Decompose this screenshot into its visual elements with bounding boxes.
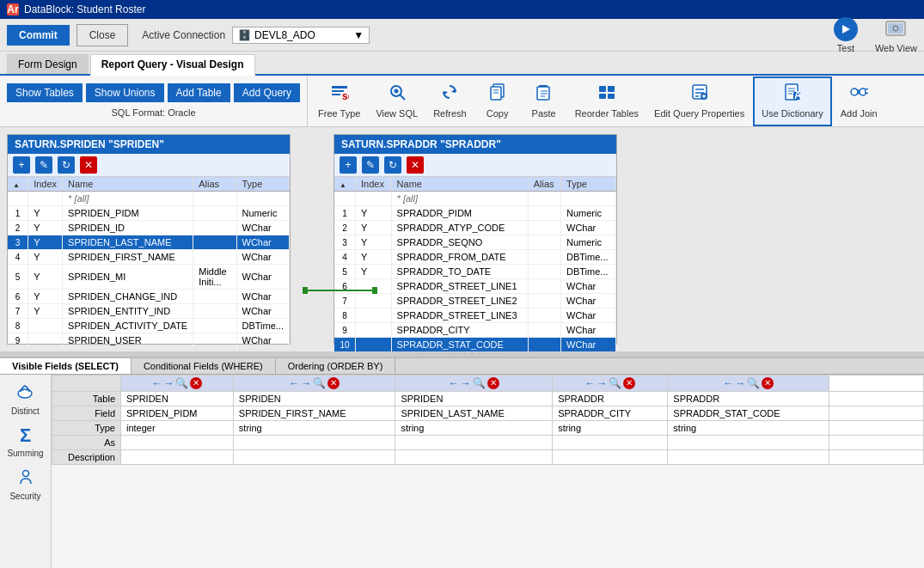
remove-col-button[interactable]: ✕: [190, 377, 202, 389]
description-value[interactable]: [395, 449, 553, 464]
table-row[interactable]: 10 SPRIDEN_ORIGIN WChar: [8, 348, 290, 351]
left-arrow[interactable]: ←: [723, 377, 733, 389]
show-unions-button[interactable]: Show Unions: [86, 83, 164, 102]
description-value[interactable]: [668, 449, 829, 464]
spriden-refresh-btn[interactable]: ↻: [58, 156, 75, 174]
remove-col-button[interactable]: ✕: [487, 377, 499, 389]
table-row[interactable]: 6 Y SPRIDEN_CHANGE_IND WChar: [8, 290, 290, 304]
field-value[interactable]: SPRIDEN_FIRST_NAME: [233, 406, 395, 420]
right-arrow[interactable]: →: [597, 377, 607, 389]
close-button[interactable]: Close: [76, 24, 129, 46]
summing-button[interactable]: Σ Summing: [7, 424, 43, 458]
table-value[interactable]: SPRIDEN: [121, 391, 234, 406]
edit-query-button[interactable]: Edit Query Properties: [647, 76, 751, 126]
left-arrow[interactable]: ←: [449, 377, 459, 389]
table-row[interactable]: 8 SPRIDEN_ACTIVITY_DATE DBTime...: [8, 319, 290, 333]
field-value[interactable]: SPRIDEN_LAST_NAME: [395, 406, 553, 420]
search-col-icon[interactable]: 🔍: [609, 377, 621, 389]
paste-button[interactable]: Paste: [522, 76, 566, 126]
table-row[interactable]: 2 Y SPRIDEN_ID WChar: [8, 221, 290, 235]
table-row[interactable]: 7 Y SPRIDEN_ENTITY_IND WChar: [8, 304, 290, 319]
spriden-col-alias: Alias: [193, 177, 236, 192]
table-row[interactable]: 5 Y SPRADDR_TO_DATE DBTime...: [334, 265, 616, 279]
search-col-icon[interactable]: 🔍: [747, 377, 760, 389]
tab-report-query[interactable]: Report Query - Visual Design: [90, 54, 255, 76]
spriden-add-btn[interactable]: +: [13, 156, 30, 174]
as-value[interactable]: [121, 435, 234, 449]
test-button[interactable]: Test: [834, 17, 858, 53]
description-value[interactable]: [233, 449, 395, 464]
spraddr-add-btn[interactable]: +: [340, 156, 357, 174]
use-dictionary-button[interactable]: Aa Use Dictionary: [753, 76, 832, 126]
show-tables-button[interactable]: Show Tables: [7, 83, 83, 102]
connection-selector[interactable]: 🗄️ DEVL8_ADO ▼: [232, 27, 370, 44]
field-value[interactable]: SPRIDEN_PIDM: [121, 406, 234, 420]
reorder-tables-button[interactable]: Reorder Tables: [568, 76, 646, 126]
table-row[interactable]: 9 SPRIDEN_USER WChar: [8, 333, 290, 348]
field-value[interactable]: SPRADDR_STAT_CODE: [668, 406, 829, 420]
search-col-icon[interactable]: 🔍: [313, 377, 326, 389]
free-type-button[interactable]: sql Free Type: [311, 76, 367, 126]
table-value[interactable]: SPRIDEN: [395, 391, 553, 406]
right-arrow[interactable]: →: [301, 377, 311, 389]
search-col-icon[interactable]: 🔍: [473, 377, 486, 389]
commit-button[interactable]: Commit: [7, 25, 70, 46]
remove-col-button[interactable]: ✕: [327, 377, 340, 389]
left-arrow[interactable]: ←: [584, 377, 595, 389]
remove-col-button[interactable]: ✕: [762, 377, 774, 389]
table-row[interactable]: 10 SPRADDR_STAT_CODE WChar: [334, 338, 616, 351]
table-row[interactable]: 4 Y SPRIDEN_FIRST_NAME WChar: [8, 250, 290, 265]
as-value[interactable]: [553, 435, 668, 449]
search-col-icon[interactable]: 🔍: [175, 377, 188, 389]
table-row[interactable]: 6 SPRADDR_STREET_LINE1 WChar: [334, 279, 616, 294]
table-row[interactable]: 1 Y SPRIDEN_PIDM Numeric: [8, 206, 290, 221]
spriden-col-sort[interactable]: ▲: [8, 177, 28, 192]
table-value[interactable]: SPRADDR: [553, 391, 668, 406]
description-value[interactable]: [121, 449, 234, 464]
webview-button[interactable]: Web View: [875, 17, 917, 53]
table-row[interactable]: * [all]: [334, 192, 616, 206]
description-value[interactable]: [553, 449, 668, 464]
table-row[interactable]: 4 Y SPRADDR_FROM_DATE DBTime...: [334, 250, 616, 265]
copy-button[interactable]: Copy: [475, 76, 520, 126]
remove-col-button[interactable]: ✕: [623, 377, 635, 389]
tab-form-design[interactable]: Form Design: [7, 54, 89, 74]
table-value[interactable]: SPRIDEN: [233, 391, 395, 406]
security-button[interactable]: Security: [9, 467, 40, 501]
field-value[interactable]: SPRADDR_CITY: [553, 406, 668, 420]
table-row[interactable]: * [all]: [8, 192, 290, 206]
right-arrow[interactable]: →: [163, 377, 174, 389]
spraddr-col-sort[interactable]: ▲: [334, 177, 356, 192]
as-value[interactable]: [233, 435, 395, 449]
add-join-button[interactable]: Add Join: [834, 76, 884, 126]
table-row[interactable]: 1 Y SPRADDR_PIDM Numeric: [334, 206, 616, 221]
table-value[interactable]: SPRADDR: [668, 391, 829, 406]
view-sql-button[interactable]: View SQL: [369, 76, 425, 126]
spriden-remove-btn[interactable]: ✕: [80, 156, 97, 174]
refresh-label: Refresh: [433, 108, 467, 119]
distinct-button[interactable]: Distinct: [11, 382, 40, 416]
spraddr-remove-btn[interactable]: ✕: [407, 156, 424, 174]
right-arrow[interactable]: →: [461, 377, 471, 389]
table-row[interactable]: 5 Y SPRIDEN_MI Middle Initi... WChar: [8, 265, 290, 290]
add-query-button[interactable]: Add Query: [234, 83, 300, 102]
tab-visible-fields[interactable]: Visible Fields (SELECT): [0, 358, 132, 374]
tab-ordering[interactable]: Ordering (ORDER BY): [276, 358, 396, 374]
spraddr-refresh-btn[interactable]: ↻: [384, 156, 401, 174]
table-row[interactable]: 2 Y SPRADDR_ATYP_CODE WChar: [334, 221, 616, 235]
refresh-button[interactable]: Refresh: [426, 76, 474, 126]
add-table-button[interactable]: Add Table: [168, 83, 230, 102]
table-row[interactable]: 8 SPRADDR_STREET_LINE3 WChar: [334, 308, 616, 323]
table-row[interactable]: 9 SPRADDR_CITY WChar: [334, 323, 616, 338]
table-row[interactable]: 7 SPRADDR_STREET_LINE2 WChar: [334, 294, 616, 308]
table-row[interactable]: 3 Y SPRIDEN_LAST_NAME WChar: [8, 235, 290, 250]
spraddr-edit-btn[interactable]: ✎: [362, 156, 379, 174]
tab-conditional[interactable]: Conditional Fields (WHERE): [132, 358, 276, 374]
right-arrow[interactable]: →: [735, 377, 745, 389]
as-value[interactable]: [395, 435, 553, 449]
spriden-edit-btn[interactable]: ✎: [35, 156, 52, 174]
as-value[interactable]: [668, 435, 829, 449]
left-arrow[interactable]: ←: [289, 377, 299, 389]
table-row[interactable]: 3 Y SPRADDR_SEQNO Numeric: [334, 235, 616, 250]
left-arrow[interactable]: ←: [151, 377, 162, 389]
